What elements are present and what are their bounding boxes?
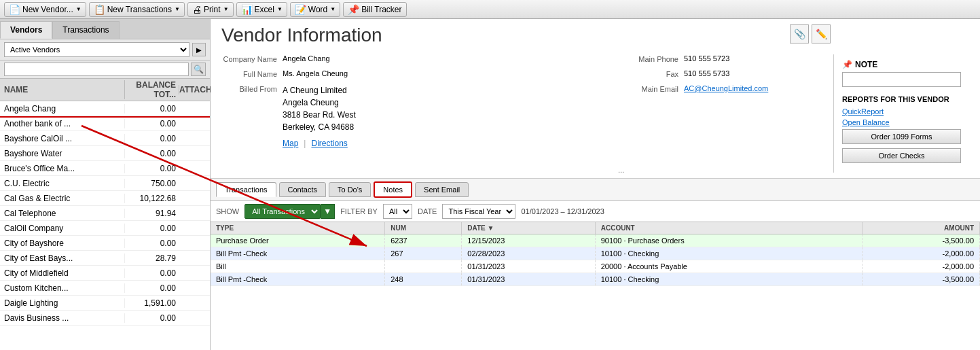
vendor-balance: 1,591.00 — [124, 298, 179, 308]
open-balance-link[interactable]: Open Balance — [842, 118, 961, 126]
vendor-list-header: NAME BALANCE TOT... ATTACH — [0, 79, 210, 101]
tx-amount: -2,000.00 — [862, 260, 979, 273]
vendor-row[interactable]: City of Bayshore 0.00 — [0, 236, 210, 251]
print-button[interactable]: 🖨 Print ▼ — [187, 2, 234, 17]
main-phone-row: Main Phone 510 555 5723 — [630, 54, 833, 67]
order-checks-button[interactable]: Order Checks — [842, 148, 961, 163]
tab-transactions-detail[interactable]: Transactions — [216, 182, 276, 197]
filter-row: Active Vendors All Vendors ▶ — [0, 39, 210, 60]
vendor-name: Bayshore Water — [4, 149, 124, 158]
directions-link[interactable]: Directions — [311, 139, 347, 148]
fax-row: Fax 510 555 5733 — [630, 69, 833, 82]
show-select[interactable]: All Transactions — [244, 204, 321, 219]
order-1099-button[interactable]: Order 1099 Forms — [842, 129, 961, 144]
vendor-row[interactable]: Bruce's Office Ma... 0.00 — [0, 161, 210, 176]
company-name-label: Company Name — [221, 54, 283, 63]
map-link[interactable]: Map — [283, 139, 298, 148]
billed-from-line1: A Cheung Limited — [283, 86, 347, 95]
table-row[interactable]: Bill Pmt -Check 267 02/28/2023 10100 · C… — [211, 247, 980, 260]
filter-by-select[interactable]: All — [383, 204, 412, 219]
attachment-icons: 📎 ✏️ — [790, 24, 831, 43]
vendor-row[interactable]: Custom Kitchen... 0.00 — [0, 281, 210, 296]
tab-vendors[interactable]: Vendors — [0, 21, 52, 39]
vendor-balance: 0.00 — [124, 104, 179, 113]
vendor-row[interactable]: City of Middlefield 0.00 — [0, 266, 210, 281]
table-row[interactable]: Bill Pmt -Check 248 01/31/2023 10100 · C… — [211, 273, 980, 286]
fax-label: Fax — [630, 69, 684, 78]
vendor-balance: 0.00 — [124, 268, 179, 278]
tx-date: 12/15/2023 — [462, 234, 595, 247]
vendor-name: City of East Bays... — [4, 253, 124, 263]
table-row[interactable]: Purchase Order 6237 12/15/2023 90100 · P… — [211, 234, 980, 247]
main-email-value[interactable]: AC@CheungLimited.com — [684, 84, 768, 92]
vendor-balance: 0.00 — [124, 149, 179, 158]
col-account-header: ACCOUNT — [595, 222, 862, 234]
vendor-row[interactable]: Angela Chang 0.00 — [0, 101, 210, 116]
tx-account: 10100 · Checking — [595, 273, 862, 286]
vendor-list: Angela Chang 0.00 Another bank of ... 0.… — [0, 101, 210, 350]
vendor-name: CalOil Company — [4, 224, 124, 233]
new-vendor-button[interactable]: 📄 New Vendor... ▼ — [4, 2, 86, 17]
left-panel: Vendors Transactions Active Vendors All … — [0, 19, 211, 350]
table-row[interactable]: Bill 01/31/2023 20000 · Accounts Payable… — [211, 260, 980, 273]
vendor-balance: 750.00 — [124, 179, 179, 188]
vendor-balance: 0.00 — [124, 134, 179, 143]
bill-tracker-button[interactable]: 📌 Bill Tracker — [343, 2, 406, 17]
pipe-divider: | — [304, 139, 306, 148]
show-label: SHOW — [216, 207, 239, 215]
note-input[interactable] — [842, 72, 961, 87]
vendor-row[interactable]: Another bank of ... 0.00 — [0, 116, 210, 131]
col-num-header: NUM — [385, 222, 462, 234]
tab-contacts[interactable]: Contacts — [279, 182, 326, 197]
vendor-row[interactable]: C.U. Electric 750.00 — [0, 176, 210, 191]
excel-arrow: ▼ — [277, 6, 283, 12]
tab-notes[interactable]: Notes — [374, 181, 412, 198]
col-name-header: NAME — [4, 85, 124, 94]
col-balance-header: BALANCE TOT... — [124, 80, 179, 99]
tx-tabs-row: Transactions Contacts To Do's Notes Sent… — [211, 179, 980, 201]
attach-file-button[interactable]: 📎 — [790, 24, 809, 43]
tx-type: Bill Pmt -Check — [211, 247, 385, 260]
word-icon: 📝 — [295, 4, 306, 15]
bill-tracker-label: Bill Tracker — [361, 5, 401, 14]
new-transactions-button[interactable]: 📋 New Transactions ▼ — [89, 2, 185, 17]
word-arrow: ▼ — [330, 6, 335, 12]
new-vendor-arrow: ▼ — [76, 6, 81, 12]
search-input[interactable] — [4, 63, 189, 76]
vendor-row[interactable]: Bayshore CalOil ... 0.00 — [0, 131, 210, 146]
company-name-value: Angela Chang — [283, 54, 330, 63]
vendor-row[interactable]: CalOil Company 0.00 — [0, 221, 210, 236]
billed-from-value: A Cheung Limited Angela Cheung 3818 Bear… — [283, 84, 356, 133]
tx-controls: SHOW All Transactions ▼ FILTER BY All DA… — [211, 201, 980, 222]
quick-report-link[interactable]: QuickReport — [842, 107, 961, 116]
print-icon: 🖨 — [192, 4, 202, 15]
vendor-name: Custom Kitchen... — [4, 283, 124, 293]
vendor-name: Cal Telephone — [4, 209, 124, 218]
vendor-row[interactable]: Bayshore Water 0.00 — [0, 146, 210, 161]
active-vendors-select[interactable]: Active Vendors All Vendors — [4, 42, 189, 57]
tab-transactions[interactable]: Transactions — [52, 21, 119, 39]
vendor-row[interactable]: Davis Business ... 0.00 — [0, 311, 210, 326]
expand-button[interactable]: ▶ — [192, 43, 206, 56]
vendor-row[interactable]: Cal Gas & Electric 10,122.68 — [0, 191, 210, 206]
search-button[interactable]: 🔍 — [191, 63, 206, 76]
tx-date: 01/31/2023 — [462, 273, 595, 286]
full-name-row: Full Name Ms. Angela Cheung — [221, 69, 630, 82]
edit-button[interactable]: ✏️ — [812, 24, 831, 43]
pin-icon: 📌 — [842, 60, 852, 69]
note-label: 📌 NOTE — [842, 60, 961, 69]
tx-scroll-area: TYPE NUM DATE ▼ ACCOUNT AMOUNT Purchase … — [211, 222, 980, 350]
vendor-row[interactable]: City of East Bays... 28.79 — [0, 251, 210, 266]
word-button[interactable]: 📝 Word ▼ — [290, 2, 340, 17]
vendor-row[interactable]: Cal Telephone 91.94 — [0, 206, 210, 221]
tx-type: Bill Pmt -Check — [211, 273, 385, 286]
tab-sent-email[interactable]: Sent Email — [415, 182, 469, 197]
vendor-row[interactable]: Daigle Lighting 1,591.00 — [0, 296, 210, 311]
show-arrow-button[interactable]: ▼ — [321, 204, 335, 219]
full-name-value: Ms. Angela Cheung — [283, 69, 348, 77]
date-range-select[interactable]: This Fiscal Year — [442, 204, 515, 219]
excel-button[interactable]: 📊 Excel ▼ — [236, 2, 287, 17]
main-phone-value: 510 555 5723 — [684, 54, 729, 63]
map-directions-row: Map | Directions — [283, 139, 630, 148]
tab-to-dos[interactable]: To Do's — [329, 182, 371, 197]
